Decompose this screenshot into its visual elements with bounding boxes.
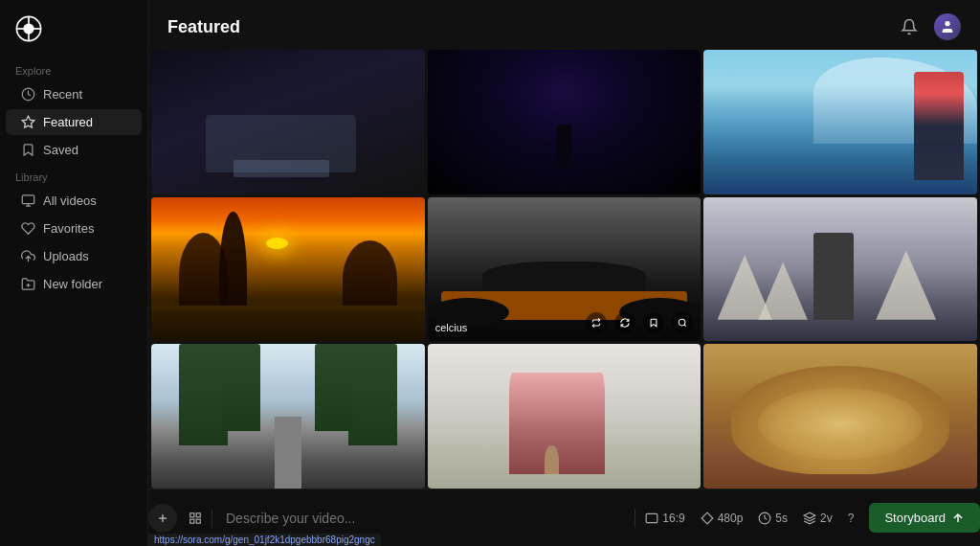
aspect-ratio-label: 16:9	[662, 512, 684, 525]
library-section-label: Library	[0, 164, 147, 187]
sidebar-item-uploads-label: Uploads	[43, 249, 89, 263]
add-button[interactable]	[148, 504, 177, 533]
bookmark-icon	[21, 143, 35, 157]
star-icon	[21, 115, 35, 129]
help-button[interactable]: ?	[840, 508, 862, 529]
aspect-ratio-icon	[645, 512, 658, 525]
page-title: Featured	[167, 17, 240, 37]
heart-icon	[21, 221, 35, 236]
video-icon	[21, 193, 35, 208]
storyboard-button-label: Storyboard	[884, 511, 946, 525]
folder-plus-icon	[21, 277, 35, 291]
divider-2	[635, 509, 635, 528]
video-card-5[interactable]: celcius	[428, 197, 702, 342]
card-5-search-icon[interactable]	[672, 312, 693, 333]
sidebar-item-all-videos-label: All videos	[43, 193, 97, 208]
sidebar-item-recent-label: Recent	[43, 87, 82, 102]
video-card-3[interactable]	[703, 50, 977, 194]
sidebar-item-new-folder[interactable]: New folder	[6, 271, 142, 297]
sidebar-item-favorites[interactable]: Favorites	[6, 216, 142, 241]
storyboard-button[interactable]: Storyboard	[869, 503, 980, 533]
svg-marker-23	[804, 512, 815, 518]
svg-marker-5	[22, 116, 34, 127]
quality-button[interactable]: 480p	[693, 508, 751, 529]
video-card-8[interactable]	[428, 344, 702, 489]
bell-icon	[901, 18, 918, 35]
card-5-actions	[586, 312, 693, 333]
diamond-icon	[701, 512, 714, 525]
layers-icon	[803, 512, 816, 525]
storyboard-icon	[189, 512, 202, 525]
user-avatar[interactable]	[934, 13, 961, 40]
card-5-username: celcius	[435, 322, 468, 333]
sidebar-item-favorites-label: Favorites	[43, 221, 94, 236]
storyboard-grid-ctrl[interactable]	[181, 508, 210, 529]
sidebar-item-recent[interactable]: Recent	[6, 81, 142, 107]
header-actions	[896, 13, 961, 40]
svg-rect-6	[22, 195, 34, 204]
svg-line-13	[684, 325, 686, 327]
sidebar-item-saved[interactable]: Saved	[6, 137, 142, 163]
video-card-9[interactable]	[703, 344, 977, 489]
explore-section-label: Explore	[0, 57, 147, 80]
sidebar-item-featured-label: Featured	[43, 115, 93, 129]
sidebar-item-uploads[interactable]: Uploads	[6, 243, 142, 269]
video-card-7[interactable]	[151, 344, 425, 489]
quality-label: 480p	[718, 512, 744, 525]
svg-marker-21	[702, 512, 713, 524]
card-5-save-icon[interactable]	[643, 312, 664, 333]
card-5-loop-icon[interactable]	[586, 312, 607, 333]
help-label: ?	[848, 512, 855, 525]
video-card-4[interactable]	[151, 197, 425, 342]
sidebar-item-featured[interactable]: Featured	[6, 109, 142, 135]
video-card-2[interactable]	[428, 50, 702, 194]
svg-rect-18	[190, 519, 194, 523]
prompt-area	[214, 503, 633, 534]
upload-arrow-icon	[951, 512, 965, 525]
clock-icon	[21, 87, 35, 102]
svg-point-12	[679, 320, 686, 327]
version-label: 2v	[820, 512, 833, 525]
card-5-remix-icon[interactable]	[614, 312, 635, 333]
divider-1	[212, 509, 212, 528]
sidebar-item-all-videos[interactable]: All videos	[6, 188, 142, 214]
aspect-ratio-button[interactable]: 16:9	[637, 508, 692, 529]
sidebar-item-new-folder-label: New folder	[43, 277, 102, 291]
svg-rect-16	[190, 512, 194, 516]
notification-button[interactable]	[896, 13, 923, 40]
svg-rect-20	[646, 513, 657, 522]
sidebar: Explore Recent Featured Saved Library Al…	[0, 0, 148, 546]
duration-button[interactable]: 5s	[750, 508, 795, 529]
url-bar: https://sora.com/g/gen_01jf2k1dpgebbbr68…	[148, 534, 381, 546]
duration-label: 5s	[775, 512, 788, 525]
upload-icon	[21, 249, 35, 263]
video-card-1[interactable]	[151, 50, 425, 194]
video-grid: celcius	[148, 50, 980, 489]
card-5-overlay: celcius	[428, 197, 702, 342]
version-button[interactable]: 2v	[795, 508, 840, 529]
prompt-input[interactable]	[214, 503, 633, 534]
video-card-6[interactable]	[703, 197, 977, 342]
app-logo[interactable]	[0, 11, 147, 57]
page-header: Featured	[148, 0, 980, 50]
svg-rect-17	[196, 512, 200, 516]
sidebar-item-saved-label: Saved	[43, 143, 78, 157]
svg-rect-19	[196, 519, 200, 523]
clock-small-icon	[758, 512, 771, 525]
main-content: Featured	[148, 0, 980, 546]
